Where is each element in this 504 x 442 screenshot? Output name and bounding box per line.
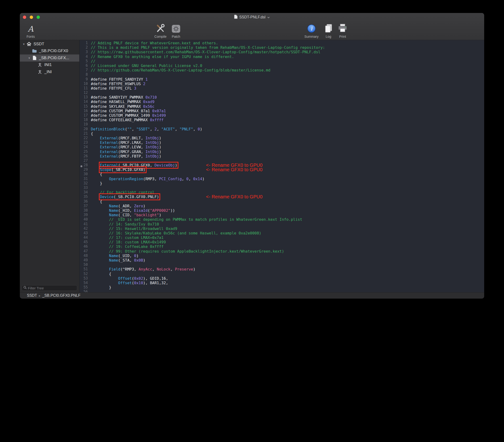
line-number: 24 xyxy=(79,145,88,149)
code-line[interactable]: 24 External(RMCF.LEVW, IntObj) xyxy=(79,145,484,149)
titlebar[interactable]: SSDT-PNLF.dsl xyxy=(20,13,484,21)
line-number: 54 xyxy=(79,281,88,285)
zoom-button[interactable] xyxy=(36,16,40,19)
fonts-button[interactable]: A Fonts xyxy=(23,23,38,38)
tree-item-ssdt[interactable]: ▼SSDT xyxy=(20,41,79,48)
code-line[interactable]: 2// This is a modified PNLF version orig… xyxy=(79,45,484,50)
compile-button[interactable]: Compile xyxy=(153,23,167,38)
code-line[interactable]: 49 Name(_STA, 0x0B) xyxy=(79,258,484,263)
code-line[interactable]: 20DefinitionBlock("", "SSDT", 2, "ACDT",… xyxy=(79,127,484,131)
code-line[interactable]: 17#define CUSTOM_PWMMAX_1499 0x1499 xyxy=(79,113,484,118)
code-line[interactable]: 31 OperationRegion(RMP3, PCI_Config, 0, … xyxy=(79,177,484,181)
code-line[interactable]: 47 // 99: Other (requires custom AppleBa… xyxy=(79,249,484,254)
code-line[interactable]: 19 xyxy=(79,122,484,127)
line-number: 38 xyxy=(79,208,88,213)
code-line[interactable]: 15#define SKYLAKE_PWMMAX 0x56c xyxy=(79,104,484,109)
code-text: // https://github.com/RehabMan/OS-X-Clov… xyxy=(91,68,270,72)
code-line[interactable]: 52 { xyxy=(79,272,484,276)
code-line[interactable]: 27 xyxy=(79,159,484,163)
code-line[interactable]: 5// xyxy=(79,59,484,63)
tree-item--sb-pci0-gfx-[interactable]: ▼_SB.PCI0.GFX... xyxy=(20,54,79,62)
code-line[interactable]: 32 } xyxy=(79,181,484,186)
code-line[interactable]: 34 // For backlight control xyxy=(79,190,484,194)
code-text: External(_SB.PCI0.GFX0, DeviceObj) xyxy=(91,163,177,167)
code-text: External(RMCF.BKLT, IntObj) xyxy=(91,136,162,140)
code-line[interactable]: 28 External(_SB.PCI0.GFX0, DeviceObj)<- … xyxy=(79,163,484,167)
code-line[interactable]: 43 // 16: Skylake/KabyLake 0x56c (and so… xyxy=(79,231,484,235)
code-line[interactable]: 39 Name(_CID, "backlight") xyxy=(79,213,484,217)
breadcrumb-segment[interactable]: SSDT xyxy=(27,293,37,298)
code-line[interactable]: 48 Name(_UID, 0) xyxy=(79,254,484,258)
code-line[interactable]: 44 // 17: custom LMAX=0x7a1 xyxy=(79,235,484,240)
code-line[interactable]: 54 Offset(0x10), BAR1,32, xyxy=(79,281,484,285)
code-line[interactable]: 33 xyxy=(79,186,484,190)
disclosure-triangle-icon[interactable]: ▼ xyxy=(27,57,31,59)
print-button[interactable]: Print xyxy=(336,23,349,38)
code-line[interactable]: 13#define SANDYIVY_PWMMAX 0x710 xyxy=(79,95,484,100)
code-line[interactable]: 56 xyxy=(79,290,484,292)
filter-tree-input[interactable] xyxy=(28,286,75,290)
code-line[interactable]: 23 External(RMCF.LMAX, IntObj) xyxy=(79,140,484,145)
code-line[interactable]: 18#define COFFEELAKE_PWMMAX 0xffff xyxy=(79,118,484,122)
code-line[interactable]: 3// https://raw.githubusercontent.com/Re… xyxy=(79,50,484,54)
code-line[interactable]: 14#define HASWELL_PWMMAX 0xad9 xyxy=(79,100,484,104)
line-number: 10 xyxy=(79,82,88,86)
code-line[interactable]: 16#define CUSTOM_PWMMAX_07a1 0x07a1 xyxy=(79,109,484,113)
line-number: 3 xyxy=(79,50,88,54)
summary-button[interactable]: i Summary xyxy=(304,23,320,38)
line-number: 42 xyxy=(79,227,88,231)
code-line[interactable]: 53 Offset(0x02), GDID,16, xyxy=(79,276,484,281)
folder-icon xyxy=(31,49,37,53)
code-line[interactable]: 42 // 15: Haswell/Broadwell 0xad9 xyxy=(79,227,484,231)
breadcrumb-segment[interactable]: _SB.PCI0.GFX0.PNLF xyxy=(42,293,80,298)
code-line[interactable]: 55 } xyxy=(79,285,484,290)
code-line[interactable]: 10#define FBTYPE_HSWPLUS 2 xyxy=(79,82,484,86)
code-text: { xyxy=(91,199,102,204)
code-line[interactable]: 25 External(RMCF.GRAN, IntObj) xyxy=(79,150,484,154)
document-proxy-icon[interactable] xyxy=(234,15,238,20)
code-line[interactable]: 29 Scope(_SB.PCI0.GFX0)<- Rename GFX0 to… xyxy=(79,167,484,172)
toolbar: A Fonts Compile xyxy=(20,21,484,40)
tree-item--sb-pci0-gfx0[interactable]: _SB.PCI0.GFX0 xyxy=(20,48,79,55)
code-line[interactable]: 6// Licensed under GNU General Public Li… xyxy=(79,63,484,68)
line-number: 14 xyxy=(79,100,88,104)
code-text: External(RMCF.LEVW, IntObj) xyxy=(91,145,162,149)
code-line[interactable]: 36 { xyxy=(79,199,484,204)
minimize-button[interactable] xyxy=(30,16,33,19)
line-number: 34 xyxy=(79,190,88,194)
code-line[interactable]: 7// https://github.com/RehabMan/OS-X-Clo… xyxy=(79,68,484,72)
code-line[interactable]: 41 // 14: Sandy/Ivy 0x710 xyxy=(79,222,484,227)
code-line[interactable]: 37 Name(_ADR, Zero) xyxy=(79,204,484,208)
line-number: 13 xyxy=(79,95,88,100)
code-line[interactable]: 38 Name(_HID, EisaId("APP0002")) xyxy=(79,208,484,213)
tree-item--ini[interactable]: _INI xyxy=(20,68,79,75)
code-line[interactable]: 4// Rename GFX0 to anything else if your… xyxy=(79,54,484,59)
close-button[interactable] xyxy=(23,16,26,19)
line-number: 46 xyxy=(79,244,88,249)
code-line[interactable]: 21{ xyxy=(79,131,484,136)
code-line[interactable]: 30 { xyxy=(79,172,484,177)
log-button[interactable]: Log xyxy=(322,23,335,38)
code-line[interactable]: 45 // 18: custom LMAX=0x1499 xyxy=(79,240,484,244)
code-editor[interactable]: 1// Adding PNLF device for WhateverGreen… xyxy=(79,40,484,292)
code-text: #define CUSTOM_PWMMAX_07a1 0x07a1 xyxy=(91,109,166,113)
code-line[interactable]: 46 // 19: CoffeeLake 0xffff xyxy=(79,244,484,249)
tree-item-ini1[interactable]: INI1 xyxy=(20,62,79,69)
code-line[interactable]: 11#define FBTYPE_CFL 3 xyxy=(79,86,484,90)
line-number: 23 xyxy=(79,140,88,145)
code-line[interactable]: 9#define FBTYPE_SANDYIVY 1 xyxy=(79,77,484,82)
patch-button[interactable]: Patch xyxy=(169,23,183,38)
title-chevron-down-icon[interactable] xyxy=(267,15,270,19)
code-line[interactable]: 51 Field(^RMP3, AnyAcc, NoLock, Preserve… xyxy=(79,267,484,271)
code-line[interactable]: 1// Adding PNLF device for WhateverGreen… xyxy=(79,41,484,45)
code-line[interactable]: 40 // _UID is set depending on PWMMax to… xyxy=(79,217,484,222)
code-line[interactable]: 26 External(RMCF.FBTP, IntObj) xyxy=(79,154,484,159)
code-line[interactable]: 8 xyxy=(79,72,484,77)
code-line[interactable]: 35 Device(_SB.PCI0.GFX0.PNLF)<- Rename G… xyxy=(79,194,484,199)
code-line[interactable]: 50 xyxy=(79,263,484,267)
disclosure-triangle-icon[interactable]: ▼ xyxy=(22,43,26,46)
code-line[interactable]: 22 External(RMCF.BKLT, IntObj) xyxy=(79,136,484,140)
code-line[interactable]: 12 xyxy=(79,90,484,95)
line-number: 20 xyxy=(79,127,88,131)
line-number: 56 xyxy=(79,290,88,292)
